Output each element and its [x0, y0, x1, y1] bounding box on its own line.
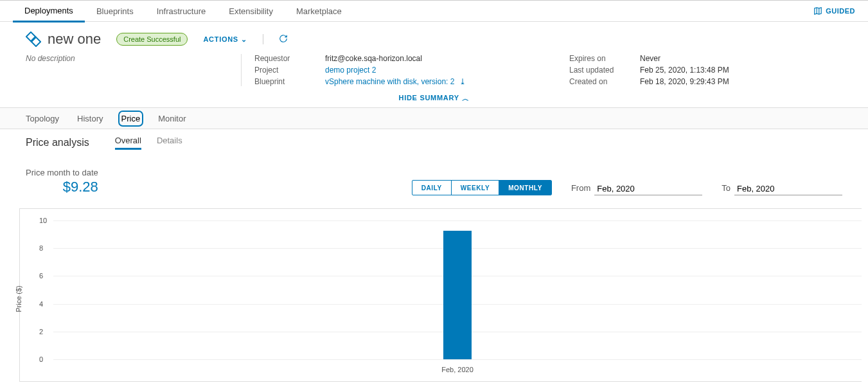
deployment-logo-icon — [26, 31, 41, 47]
chart-x-tick: Feb, 2020 — [53, 366, 862, 373]
meta-right: Expires on Never Last updated Feb 25, 20… — [556, 54, 768, 86]
to-input[interactable] — [734, 183, 842, 195]
download-icon[interactable]: ⤓ — [459, 77, 466, 86]
project-link[interactable]: demo project 2 — [325, 66, 376, 75]
granularity-segmented: DAILY WEEKLY MONTHLY — [412, 180, 552, 195]
status-badge: Create Successful — [116, 33, 188, 46]
summary-row: No description Requestor fritz@coke.sqa-… — [0, 54, 868, 90]
top-tab-bar: Deployments Blueprints Infrastructure Ex… — [0, 0, 868, 22]
granularity-weekly[interactable]: WEEKLY — [452, 181, 499, 195]
to-label: To — [722, 183, 731, 193]
granularity-monthly[interactable]: MONTHLY — [499, 181, 551, 195]
price-analysis-title: Price analysis — [26, 137, 89, 148]
sub-tab-overall[interactable]: Overall — [115, 136, 141, 150]
to-block: To — [722, 183, 842, 195]
deployment-header: new one Create Successful ACTIONS ⌄ — [0, 22, 868, 54]
map-icon — [813, 6, 822, 15]
from-block: From — [571, 183, 702, 195]
refresh-icon — [279, 34, 288, 43]
project-label: Project — [254, 66, 325, 75]
tab-history[interactable]: History — [77, 114, 103, 123]
actions-dropdown[interactable]: ACTIONS ⌄ — [203, 35, 247, 44]
guided-button[interactable]: GUIDED — [813, 6, 855, 15]
chevron-down-icon: ⌄ — [241, 35, 247, 44]
tab-deployments[interactable]: Deployments — [13, 0, 85, 22]
tab-blueprints[interactable]: Blueprints — [85, 1, 145, 21]
chart-bar[interactable] — [443, 231, 472, 359]
blueprint-label: Blueprint — [254, 77, 325, 86]
controls-row: Price month to date $9.28 DAILY WEEKLY M… — [0, 155, 868, 198]
chart-y-tick: 8 — [39, 244, 43, 252]
meta-left: Requestor fritz@coke.sqa-horizon.local P… — [241, 54, 531, 86]
sub-tab-bar: Overall Details — [115, 136, 182, 150]
content-tab-bar: Topology History Price Monitor — [0, 107, 868, 129]
chart-y-tick: 6 — [39, 272, 43, 280]
chart-y-tick: 10 — [39, 217, 47, 224]
refresh-button[interactable] — [279, 34, 288, 45]
chart-y-tick: 2 — [39, 328, 43, 336]
tab-monitor[interactable]: Monitor — [158, 114, 186, 123]
from-label: From — [571, 183, 590, 193]
page-title: new one — [48, 31, 101, 48]
sub-tab-details[interactable]: Details — [157, 136, 182, 150]
created-label: Created on — [569, 77, 640, 86]
created-value: Feb 18, 2020, 9:29:43 PM — [640, 77, 768, 86]
price-analysis-header: Price analysis Overall Details — [0, 129, 868, 155]
blueprint-link[interactable]: vSphere machine with disk, version: 2 — [325, 77, 454, 86]
tab-topology[interactable]: Topology — [26, 114, 59, 123]
chart-y-tick: 0 — [39, 355, 43, 363]
updated-value: Feb 25, 2020, 1:13:48 PM — [640, 66, 768, 75]
hide-summary-button[interactable]: HIDE SUMMARY ︿ — [0, 90, 868, 107]
tab-infrastructure[interactable]: Infrastructure — [145, 1, 218, 21]
price-chart: Price ($) 0246810 Feb, 2020 — [19, 208, 862, 382]
guided-label: GUIDED — [826, 7, 855, 15]
requestor-value: fritz@coke.sqa-horizon.local — [325, 54, 531, 63]
no-description: No description — [26, 54, 241, 86]
actions-label: ACTIONS — [203, 35, 238, 43]
granularity-daily[interactable]: DAILY — [412, 181, 452, 195]
mtd-label: Price month to date — [26, 168, 98, 177]
title-block: new one — [26, 31, 101, 48]
expires-value: Never — [640, 54, 768, 63]
from-input[interactable] — [594, 183, 702, 195]
requestor-label: Requestor — [254, 54, 325, 63]
tab-price[interactable]: Price — [121, 114, 141, 123]
hide-summary-label: HIDE SUMMARY — [399, 94, 459, 103]
divider — [263, 34, 263, 44]
month-to-date-block: Price month to date $9.28 — [26, 168, 98, 195]
mtd-value: $9.28 — [26, 179, 98, 195]
chevron-up-icon: ︿ — [462, 94, 470, 103]
chart-plot-area: 0246810 — [53, 220, 862, 359]
chart-y-tick: 4 — [39, 300, 43, 308]
expires-label: Expires on — [569, 54, 640, 63]
tab-extensibility[interactable]: Extensibility — [217, 1, 285, 21]
chart-y-axis-label: Price ($) — [15, 285, 22, 312]
updated-label: Last updated — [569, 66, 640, 75]
tab-marketplace[interactable]: Marketplace — [285, 1, 353, 21]
